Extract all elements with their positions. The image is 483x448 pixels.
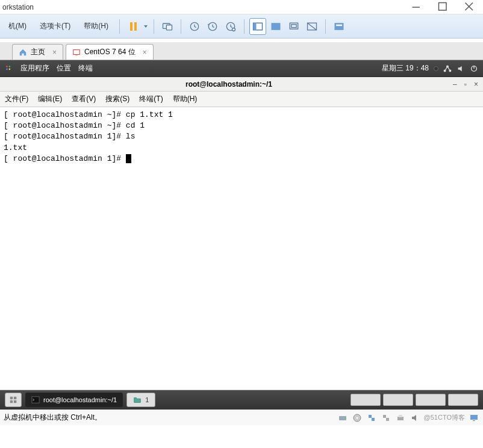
svg-rect-33 xyxy=(14,400,16,403)
menu-vm[interactable]: 机(M) xyxy=(2,19,33,34)
terminal-line: [ root@localhostadmin ~]# cd 1 xyxy=(4,120,479,131)
guest-clock[interactable]: 星期三 19：48 xyxy=(382,63,429,73)
clock-back-icon xyxy=(207,20,219,33)
terminal-line: [ root@localhostadmin ~]# cp 1.txt 1 xyxy=(4,110,479,120)
stat-network-icon[interactable] xyxy=(366,412,377,423)
minimize-button[interactable] xyxy=(411,1,423,13)
terminal-menu-edit[interactable]: 编辑(E) xyxy=(38,94,62,104)
separator xyxy=(119,19,120,34)
home-icon xyxy=(19,48,27,57)
stat-display-icon[interactable] xyxy=(469,412,479,423)
terminal-minimize-button[interactable]: – xyxy=(453,80,457,89)
pause-icon xyxy=(130,22,137,31)
task-terminal[interactable]: root@localhostadmin:~/1 xyxy=(25,393,123,407)
host-toolbar: 机(M) 选项卡(T) 帮助(H) xyxy=(0,14,483,39)
terminal-menu-help[interactable]: 帮助(H) xyxy=(173,94,198,104)
tab-vm-close[interactable]: × xyxy=(143,48,147,57)
svg-point-23 xyxy=(6,68,8,70)
tray-item[interactable] xyxy=(351,394,381,406)
terminal-body[interactable]: [ root@localhostadmin ~]# cp 1.txt 1 [ r… xyxy=(0,107,483,390)
volume-icon[interactable] xyxy=(457,64,465,73)
svg-rect-12 xyxy=(272,23,281,30)
library-button[interactable] xyxy=(331,18,347,35)
tray-item[interactable] xyxy=(448,394,478,406)
separator xyxy=(244,19,245,34)
status-dot-icon xyxy=(434,66,438,71)
terminal-menubar: 文件(F) 编辑(E) 查看(V) 搜索(S) 终端(T) 帮助(H) xyxy=(0,92,483,107)
svg-rect-34 xyxy=(32,397,39,403)
stat-sound-icon[interactable] xyxy=(410,412,420,423)
svg-point-36 xyxy=(344,417,346,418)
svg-rect-14 xyxy=(291,24,296,27)
svg-rect-30 xyxy=(10,397,13,399)
task-show-desktop[interactable] xyxy=(5,393,22,407)
monitor-icon xyxy=(72,48,81,57)
svg-rect-5 xyxy=(166,25,172,30)
view-console-button[interactable] xyxy=(267,18,284,35)
power-icon[interactable] xyxy=(470,64,478,73)
guest-tray xyxy=(351,394,478,406)
pause-button[interactable] xyxy=(125,18,142,35)
terminal-titlebar: root@localhostadmin:~/1 – ▫ × xyxy=(0,77,483,92)
tab-home-close[interactable]: × xyxy=(52,48,57,57)
separator xyxy=(325,19,326,34)
grid-icon xyxy=(9,396,17,404)
watermark-text: @51CTO博客 xyxy=(424,413,465,422)
menu-help[interactable]: 帮助(H) xyxy=(78,19,114,34)
console-icon xyxy=(270,20,282,33)
stat-net2-icon[interactable] xyxy=(381,412,391,423)
terminal-menu-terminal[interactable]: 终端(T) xyxy=(139,94,163,104)
unity-icon xyxy=(306,20,318,33)
separator xyxy=(154,19,154,34)
tray-item[interactable] xyxy=(383,394,413,406)
stat-disk-icon[interactable] xyxy=(337,412,348,423)
snapshot-manager-button[interactable] xyxy=(222,18,239,35)
close-button[interactable] xyxy=(464,1,476,13)
network-icon[interactable] xyxy=(443,64,452,73)
svg-rect-40 xyxy=(372,418,375,421)
send-ctrl-alt-del-button[interactable] xyxy=(159,18,176,35)
terminal-menu-file[interactable]: 文件(F) xyxy=(5,94,28,104)
svg-point-24 xyxy=(9,68,11,70)
stat-printer-icon[interactable] xyxy=(395,412,406,423)
keyboard-icon xyxy=(161,20,173,33)
terminal-menu-search[interactable]: 搜索(S) xyxy=(105,94,129,104)
guest-menu-places[interactable]: 位置 xyxy=(57,63,71,73)
terminal-menu-view[interactable]: 查看(V) xyxy=(72,94,96,104)
svg-rect-18 xyxy=(336,24,342,26)
host-title: orkstation xyxy=(2,3,411,11)
view-unity-button[interactable] xyxy=(304,18,320,35)
snapshot-revert-button[interactable] xyxy=(204,18,221,35)
svg-rect-42 xyxy=(386,418,389,421)
terminal-close-button[interactable]: × xyxy=(474,80,478,89)
svg-point-21 xyxy=(6,66,8,67)
clock-manage-icon xyxy=(225,20,237,33)
tray-item[interactable] xyxy=(416,394,446,406)
tab-vm[interactable]: CentOS 7 64 位 × xyxy=(66,44,154,60)
guest-menu-apps[interactable]: 应用程序 xyxy=(20,63,49,73)
task-folder[interactable]: 1 xyxy=(126,393,155,407)
folder-icon xyxy=(133,396,142,404)
cursor-icon xyxy=(126,154,131,163)
terminal-line: [ root@localhostadmin 1]# xyxy=(4,154,479,164)
terminal-title: root@localhostadmin:~/1 xyxy=(5,80,453,89)
svg-rect-41 xyxy=(383,415,386,418)
snapshot-button[interactable] xyxy=(186,18,203,35)
svg-point-38 xyxy=(356,417,358,418)
maximize-button[interactable] xyxy=(437,1,449,13)
pause-dropdown[interactable] xyxy=(143,24,149,29)
task-terminal-label: root@localhostadmin:~/1 xyxy=(43,396,117,403)
guest-menu-terminal[interactable]: 终端 xyxy=(78,63,93,73)
terminal-maximize-button[interactable]: ▫ xyxy=(464,80,467,89)
status-hint: 从虚拟机中移出或按 Ctrl+Alt。 xyxy=(4,412,102,423)
tab-home[interactable]: 主页 × xyxy=(12,44,63,60)
view-fullscreen-button[interactable] xyxy=(285,18,302,35)
svg-rect-46 xyxy=(473,420,475,421)
host-titlebar: orkstation xyxy=(0,0,483,14)
tab-row: 主页 × CentOS 7 64 位 × xyxy=(0,42,483,60)
view-single-button[interactable] xyxy=(249,18,266,35)
stat-cd-icon[interactable] xyxy=(352,412,363,423)
menu-tabs[interactable]: 选项卡(T) xyxy=(34,19,76,34)
terminal-icon xyxy=(31,396,40,404)
terminal-line: [ root@localhostadmin 1]# ls xyxy=(4,131,479,142)
